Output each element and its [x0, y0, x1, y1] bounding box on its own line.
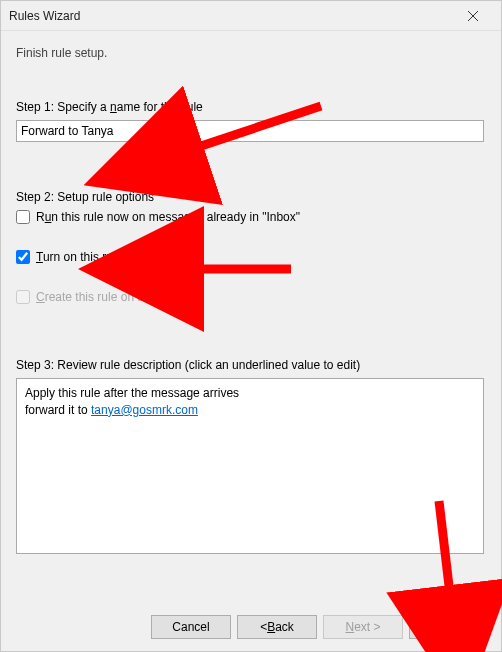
option-turn-on[interactable]: Turn on this rule — [16, 250, 486, 264]
turn-on-label: Turn on this rule — [36, 250, 122, 264]
step1-label: Step 1: Specify a name for this rule — [16, 100, 486, 114]
desc-line-2: forward it to tanya@gosmrk.com — [25, 402, 475, 419]
subtitle: Finish rule setup. — [16, 46, 486, 60]
close-icon — [468, 11, 478, 21]
turn-on-checkbox[interactable] — [16, 250, 30, 264]
run-now-label: Run this rule now on messages already in… — [36, 210, 300, 224]
rules-wizard-window: Rules Wizard Finish rule setup. Step 1: … — [0, 0, 502, 652]
option-all-accounts: Create this rule on all accounts — [16, 290, 486, 304]
content-area: Finish rule setup. Step 1: Specify a nam… — [1, 31, 501, 554]
finish-button[interactable]: Finish — [409, 615, 489, 639]
run-now-checkbox[interactable] — [16, 210, 30, 224]
close-button[interactable] — [453, 2, 493, 30]
all-accounts-label: Create this rule on all accounts — [36, 290, 201, 304]
desc-line-1: Apply this rule after the message arrive… — [25, 385, 475, 402]
step2-label: Step 2: Setup rule options — [16, 190, 486, 204]
back-button[interactable]: < Back — [237, 615, 317, 639]
cancel-button[interactable]: Cancel — [151, 615, 231, 639]
rule-description-box[interactable]: Apply this rule after the message arrive… — [16, 378, 484, 554]
option-run-now[interactable]: Run this rule now on messages already in… — [16, 210, 486, 224]
step3-label: Step 3: Review rule description (click a… — [16, 358, 486, 372]
all-accounts-checkbox — [16, 290, 30, 304]
forward-email-link[interactable]: tanya@gosmrk.com — [91, 403, 198, 417]
titlebar: Rules Wizard — [1, 1, 501, 31]
rule-name-input[interactable] — [16, 120, 484, 142]
next-button: Next > — [323, 615, 403, 639]
window-title: Rules Wizard — [9, 9, 80, 23]
button-row: Cancel < Back Next > Finish — [1, 615, 501, 639]
